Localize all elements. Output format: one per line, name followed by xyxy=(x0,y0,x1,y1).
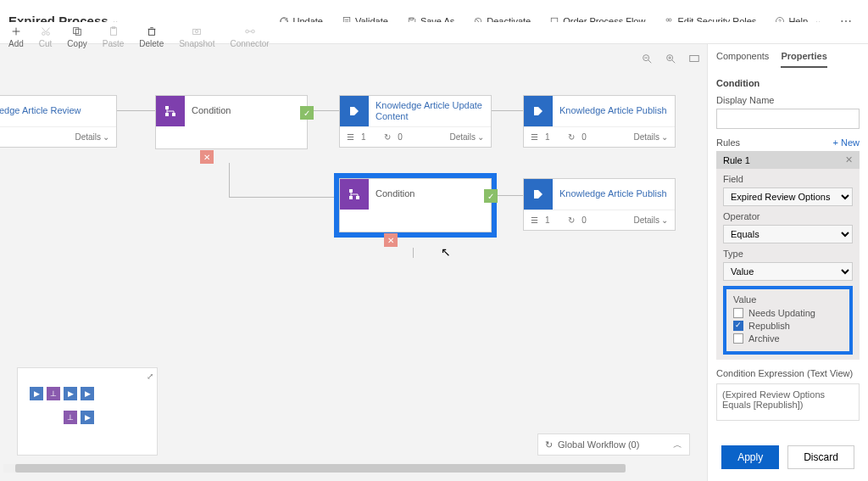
tab-components[interactable]: Components xyxy=(716,51,769,68)
expression-text: (Expired Review Options Equals [Republis… xyxy=(716,383,860,421)
cursor-icon: ↖ xyxy=(441,245,451,259)
checkbox-checked-icon xyxy=(733,321,743,331)
rule-header[interactable]: Rule 1 ✕ xyxy=(716,151,860,169)
operator-select[interactable]: Equals xyxy=(723,225,853,243)
section-title: Condition xyxy=(716,78,860,88)
refresh-icon: ↻ xyxy=(384,132,391,142)
stage-icon xyxy=(340,96,369,126)
svg-rect-37 xyxy=(349,196,353,199)
stage-node-publish[interactable]: Knowledge Article Publish ☰1 ↻0 Details⌄ xyxy=(523,95,676,148)
camera-icon xyxy=(191,25,203,37)
svg-point-17 xyxy=(196,30,199,33)
type-label: Type xyxy=(723,249,853,259)
zoom-in-icon[interactable] xyxy=(665,53,676,64)
details-toggle[interactable]: Details⌄ xyxy=(449,132,484,142)
canvas[interactable]: Knowledge Article Review ↻0 Details⌄ Con… xyxy=(0,44,707,481)
chevron-up-icon: ︿ xyxy=(673,439,682,451)
svg-point-9 xyxy=(42,32,45,36)
mini-stage-icon: ▶ xyxy=(81,411,94,424)
new-rule-link[interactable]: + New xyxy=(833,137,860,148)
steps-icon: ☰ xyxy=(531,215,538,225)
node-title: Condition xyxy=(369,188,415,199)
steps-icon: ☰ xyxy=(531,132,538,142)
svg-point-10 xyxy=(46,32,49,36)
display-name-input[interactable] xyxy=(716,109,860,129)
check-icon: ✓ xyxy=(484,189,498,203)
stage-icon xyxy=(524,179,553,210)
trash-icon xyxy=(146,25,158,37)
stage-node-review[interactable]: Knowledge Article Review ↻0 Details⌄ xyxy=(0,95,117,148)
svg-rect-29 xyxy=(165,106,169,109)
connector-line xyxy=(229,197,339,198)
node-title: Knowledge Article Publish xyxy=(553,105,667,116)
checkbox-republish[interactable]: Republish xyxy=(733,321,843,331)
steps-icon: ☰ xyxy=(347,132,354,142)
chevron-down-icon: ⌄ xyxy=(477,132,484,142)
svg-rect-15 xyxy=(148,29,154,35)
checkbox-icon xyxy=(733,333,743,344)
details-toggle[interactable]: Details⌄ xyxy=(633,215,668,225)
close-icon[interactable]: ✕ xyxy=(845,154,853,165)
close-icon: ✕ xyxy=(384,233,398,247)
toolbar: Add Cut Copy Paste Delete Snapshot Conne… xyxy=(0,22,868,44)
zoom-out-icon[interactable] xyxy=(641,53,653,64)
display-name-label: Display Name xyxy=(716,95,860,105)
panel-actions: Apply Discard xyxy=(708,440,868,474)
svg-line-22 xyxy=(648,60,652,64)
rule-title: Rule 1 xyxy=(723,155,750,165)
minimap[interactable]: ⤢ ▶ ⊥ ▶ ▶ ⊥ ▶ xyxy=(17,367,158,456)
svg-point-6 xyxy=(669,19,671,21)
svg-rect-28 xyxy=(690,56,699,62)
connector-icon xyxy=(244,25,256,37)
checkbox-needs-updating[interactable]: Needs Updating xyxy=(733,308,843,318)
refresh-icon: ↻ xyxy=(568,132,575,142)
stage-node-publish-2[interactable]: Knowledge Article Publish ☰1 ↻0 Details⌄ xyxy=(523,178,676,231)
details-toggle[interactable]: Details⌄ xyxy=(75,132,109,142)
svg-point-18 xyxy=(245,30,248,33)
svg-point-5 xyxy=(666,19,669,21)
fit-icon[interactable] xyxy=(688,53,700,64)
details-toggle[interactable]: Details⌄ xyxy=(633,132,668,142)
mini-stage-icon: ▶ xyxy=(64,387,77,400)
checkbox-archive[interactable]: Archive xyxy=(733,333,843,344)
mini-condition-icon: ⊥ xyxy=(47,387,60,400)
svg-line-25 xyxy=(672,60,676,64)
chevron-down-icon: ⌄ xyxy=(661,215,668,225)
value-group: Value Needs Updating Republish Archive xyxy=(723,286,853,355)
field-select[interactable]: Expired Review Options xyxy=(723,187,853,206)
svg-rect-1 xyxy=(410,18,414,20)
svg-rect-31 xyxy=(165,113,169,116)
value-label: Value xyxy=(733,294,843,305)
properties-panel: Components Properties Condition Display … xyxy=(707,44,868,481)
global-workflow-label: Global Workflow (0) xyxy=(558,439,639,450)
node-title: Knowledge Article Publish xyxy=(553,188,667,199)
horizontal-scrollbar[interactable] xyxy=(3,464,541,473)
stage-icon xyxy=(524,96,553,126)
connector-line xyxy=(117,110,155,111)
apply-button[interactable]: Apply xyxy=(721,445,779,469)
tab-properties[interactable]: Properties xyxy=(781,51,826,68)
close-icon: ✕ xyxy=(200,150,214,164)
scissors-icon xyxy=(40,25,52,37)
condition-node[interactable]: Condition ✓ ✕ xyxy=(155,95,308,149)
condition-node-selected[interactable]: Condition ✓ ✕ xyxy=(339,178,492,232)
checkbox-icon xyxy=(733,308,743,318)
expand-icon[interactable]: ⤢ xyxy=(147,372,153,381)
operator-label: Operator xyxy=(723,211,853,221)
svg-rect-35 xyxy=(349,189,353,193)
stage-node-update-content[interactable]: Knowledge Article Update Content ☰1 ↻0 D… xyxy=(339,95,492,148)
global-workflow-bar[interactable]: ↻ Global Workflow (0) ︿ xyxy=(537,433,690,456)
expression-label: Condition Expression (Text View) xyxy=(716,368,860,378)
chevron-down-icon: ⌄ xyxy=(103,132,109,142)
check-icon: ✓ xyxy=(300,106,314,120)
svg-rect-36 xyxy=(356,196,359,199)
plus-icon xyxy=(10,25,22,37)
panel-tabs: Components Properties xyxy=(708,44,868,68)
discard-button[interactable]: Discard xyxy=(787,445,854,469)
type-select[interactable]: Value xyxy=(723,262,853,281)
copy-icon xyxy=(71,25,83,37)
scrollbar-thumb[interactable] xyxy=(15,464,626,473)
paste-icon xyxy=(108,25,120,37)
refresh-icon: ↻ xyxy=(545,439,553,450)
svg-rect-30 xyxy=(172,113,175,116)
